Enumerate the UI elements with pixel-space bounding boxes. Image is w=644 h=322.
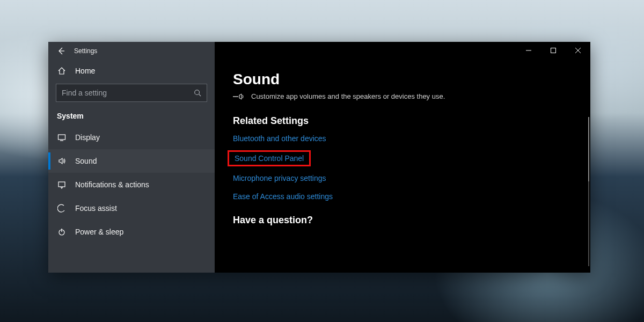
- scrollbar-thumb[interactable]: [588, 117, 589, 181]
- display-icon: [57, 133, 67, 142]
- sidebar-item-label: Focus assist: [75, 204, 117, 213]
- minimize-icon: [526, 48, 531, 53]
- close-icon: [575, 48, 581, 53]
- related-settings-heading: Related Settings: [233, 115, 572, 127]
- content-pane: Sound Customize app volumes and the spea…: [215, 42, 590, 273]
- page-body: Sound Customize app volumes and the spea…: [215, 42, 590, 226]
- svg-rect-2: [58, 182, 65, 187]
- sound-icon: [57, 157, 67, 165]
- sidebar: Settings Home System Display: [48, 42, 215, 273]
- sidebar-item-label: Sound: [75, 157, 97, 165]
- subtitle-row: Customize app volumes and the speakers o…: [233, 92, 572, 100]
- link-sound-control-panel[interactable]: Sound Control Panel: [228, 150, 311, 166]
- sidebar-item-sound[interactable]: Sound: [48, 149, 215, 173]
- focus-assist-icon: [57, 204, 67, 213]
- related-links-list: Bluetooth and other devices Sound Contro…: [233, 134, 572, 201]
- sidebar-item-label: Notifications & actions: [75, 180, 149, 189]
- close-button[interactable]: [566, 42, 590, 59]
- back-button[interactable]: [53, 42, 70, 60]
- sidebar-item-display[interactable]: Display: [48, 126, 215, 149]
- search-icon: [194, 89, 201, 97]
- svg-rect-1: [58, 135, 65, 140]
- nav-list: Display Sound Notifications & actions Fo…: [48, 126, 215, 273]
- sidebar-item-label: Power & sleep: [75, 228, 123, 236]
- scrollbar-track[interactable]: [588, 117, 589, 266]
- power-icon: [57, 228, 67, 236]
- maximize-button[interactable]: [541, 42, 566, 59]
- slider-sound-icon: [233, 93, 245, 100]
- search-input[interactable]: [62, 89, 194, 97]
- sidebar-item-notifications[interactable]: Notifications & actions: [48, 173, 215, 196]
- titlebar: Settings: [48, 42, 215, 60]
- notifications-icon: [57, 180, 67, 189]
- home-label: Home: [75, 67, 95, 75]
- window-controls: [516, 42, 590, 59]
- sidebar-item-power-sleep[interactable]: Power & sleep: [48, 220, 215, 244]
- sidebar-item-focus-assist[interactable]: Focus assist: [48, 196, 215, 220]
- app-title: Settings: [74, 47, 97, 55]
- link-ease-of-access-audio[interactable]: Ease of Access audio settings: [233, 192, 333, 201]
- have-a-question-heading: Have a question?: [233, 215, 572, 226]
- maximize-icon: [551, 48, 556, 53]
- svg-point-0: [195, 90, 200, 95]
- arrow-left-icon: [57, 47, 65, 55]
- home-icon: [57, 67, 67, 75]
- page-title: Sound: [233, 71, 572, 88]
- link-microphone-privacy[interactable]: Microphone privacy settings: [233, 174, 326, 182]
- link-bluetooth-devices[interactable]: Bluetooth and other devices: [233, 134, 326, 143]
- category-heading: System: [48, 102, 215, 126]
- svg-rect-4: [551, 48, 556, 53]
- sidebar-item-label: Display: [75, 133, 100, 142]
- search-box[interactable]: [56, 84, 207, 102]
- settings-window: Settings Home System Display: [48, 42, 590, 273]
- sidebar-item-home[interactable]: Home: [48, 60, 215, 82]
- search-container: [48, 84, 215, 102]
- page-subtitle: Customize app volumes and the speakers o…: [251, 92, 445, 100]
- minimize-button[interactable]: [516, 42, 541, 59]
